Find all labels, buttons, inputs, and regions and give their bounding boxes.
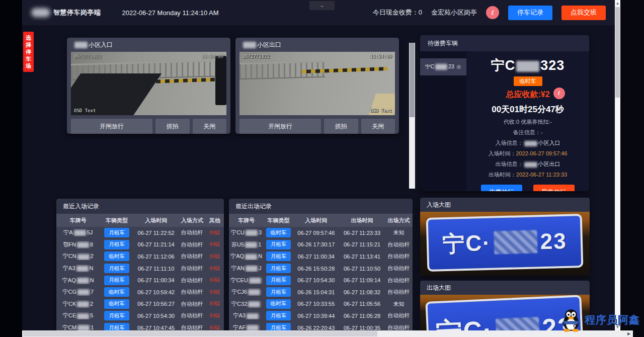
vehicle-type-badge: 临时车 — [104, 251, 129, 261]
table-row: 宁A5J月租车06-27 11:22:52自动抬杆纠错 — [56, 227, 224, 239]
correct-plate-link[interactable]: 纠错 — [209, 324, 220, 330]
vehicle-type-badge: 月租车 — [104, 228, 129, 237]
table-row: 宁A3N月租车06-27 11:11:10自动抬杆纠错 — [56, 263, 224, 275]
entry-info-label: 入场信息： — [496, 140, 523, 146]
table-cell-other: 纠错 — [205, 300, 224, 307]
table-cell-entry: 06-26 22:20:43 — [293, 325, 339, 331]
table-cell-plate: 宁CJ6 — [229, 288, 264, 296]
table-cell-type: 月租车 — [100, 264, 134, 273]
table-row: 宁CE5月租车06-27 10:54:30自动抬杆纠错 — [56, 310, 224, 322]
correct-plate-link[interactable]: 纠错 — [209, 253, 220, 259]
notification-badge[interactable]: ℓ — [553, 88, 565, 99]
select-parking-lot-tab[interactable]: 选 择 停 车 场 — [23, 32, 34, 72]
parking-records-button[interactable]: 停车记录 — [508, 6, 552, 20]
correct-plate-link[interactable]: 纠错 — [209, 312, 220, 318]
table-cell-type: 临时车 — [100, 287, 134, 297]
vehicle-type-badge: 临时车 — [514, 76, 542, 86]
recent-exit-table: 最近出场记录 车牌号 车辆类型 入场时间 出场时间 出场方式 宁CU3临时车06… — [229, 199, 413, 333]
table-cell-mode: 自动抬杆 — [385, 277, 413, 284]
table-cell-time: 06-27 11:12:06 — [133, 254, 179, 260]
censored-blur — [524, 141, 537, 146]
table-cell-mode: 未知 — [385, 300, 413, 308]
table-cell-mode: 自动抬杆 — [179, 277, 205, 284]
censored-blur — [248, 289, 260, 295]
remark-line: 备注信息：- — [513, 129, 543, 136]
scrollbar-thumb[interactable] — [23, 331, 377, 336]
qq-watermark: 程序员阿鑫 — [559, 308, 640, 332]
censored-blur — [247, 313, 259, 319]
table-row: 宁AQN月租车06-27 11:00:3406-27 11:13:41自动抬杆 — [229, 250, 413, 263]
table-cell-entry: 06-26 17:30:17 — [293, 241, 339, 247]
col-header-entry-time: 入场时间 — [133, 217, 179, 224]
table-cell-other: 纠错 — [205, 289, 224, 296]
abnormal-release-button[interactable]: 异常放行 — [533, 185, 575, 191]
censored-blur — [74, 42, 88, 48]
table-cell-type: 临时车 — [264, 228, 293, 237]
scrollbar-thumb[interactable] — [410, 43, 415, 117]
scroll-up-arrow[interactable]: ▲ — [615, 0, 620, 7]
table-cell-mode: 自动抬杆 — [385, 312, 413, 319]
exit-pic-title: 出场大图 — [420, 281, 590, 295]
collapse-chevron-button[interactable]: ⌄ — [309, 1, 335, 10]
table-cell-time: 06-27 11:21:14 — [133, 241, 179, 247]
pending-panel-title: 待缴费车辆 — [420, 35, 589, 51]
table-cell-plate: 宁AQN — [229, 252, 264, 260]
vehicle-type-badge: 月租车 — [104, 311, 129, 320]
correct-plate-link[interactable]: 纠错 — [209, 229, 220, 235]
table-cell-other: 纠错 — [205, 253, 224, 260]
entry-pic-title: 入场大图 — [420, 198, 590, 212]
close-gate-button[interactable]: 关闸 — [193, 119, 227, 134]
table-cell-type: 月租车 — [264, 240, 293, 249]
pending-car-tab[interactable]: 宁C23 ⊗ — [420, 58, 466, 75]
table-row: 宁CU3临时车06-27 09:57:4606-27 11:23:33未知 — [229, 227, 413, 239]
close-icon[interactable]: ⊗ — [456, 63, 461, 70]
censored-blur — [246, 266, 258, 272]
table-cell-plate: 宁CN2 — [56, 252, 100, 260]
window-horizontal-scrollbar[interactable]: ▶ — [22, 330, 633, 337]
correct-plate-link[interactable]: 纠错 — [209, 277, 220, 283]
correct-plate-link[interactable]: 纠错 — [209, 289, 220, 295]
table-cell-entry: 06-27 11:00:34 — [293, 254, 339, 260]
correct-plate-link[interactable]: 纠错 — [209, 300, 220, 306]
window-vertical-scrollbar[interactable]: ▲ ▼ — [615, 0, 620, 330]
censored-blur — [245, 254, 257, 260]
charge-release-button[interactable]: 收费放行 — [481, 185, 522, 191]
snapshot-button[interactable]: 抓拍 — [155, 119, 190, 134]
qq-penguin-icon — [559, 308, 583, 332]
table-cell-exit: 06-27 11:13:41 — [339, 254, 385, 260]
table-cell-plate: 宁CEU — [229, 277, 264, 284]
watermark-text: 程序员阿鑫 — [585, 313, 640, 327]
scrollbar-thumb[interactable] — [615, 7, 620, 98]
table-cell-mode: 自动抬杆 — [385, 252, 413, 260]
notification-badge[interactable]: ℓ — [486, 6, 499, 19]
vehicle-type-badge: 月租车 — [266, 287, 291, 297]
vehicle-type-badge: 月租车 — [266, 311, 291, 320]
table-cell-exit: 06-27 11:10:50 — [339, 266, 385, 272]
table-cell-mode: 自动抬杆 — [179, 312, 205, 319]
vehicle-type-badge: 月租车 — [104, 240, 129, 249]
snapshot-button[interactable]: 抓拍 — [324, 119, 358, 134]
table-row: 宁CEU月租车06-27 10:54:3006-27 11:09:14自动抬杆 — [229, 274, 413, 286]
table-cell-plate: 宁CK2 — [56, 300, 100, 308]
inner-vertical-scrollbar[interactable] — [409, 43, 415, 189]
close-gate-button[interactable]: 关闸 — [361, 119, 395, 134]
open-gate-button[interactable]: 开闸放行 — [239, 119, 321, 134]
app-title: 智慧停车岗亭端 — [53, 8, 101, 17]
open-gate-button[interactable]: 开闸放行 — [71, 119, 152, 134]
censored-blur — [249, 278, 261, 284]
table-cell-entry: 06-26 15:50:28 — [293, 266, 339, 272]
table-cell-time: 06-27 11:22:52 — [133, 230, 179, 236]
correct-plate-link[interactable]: 纠错 — [209, 265, 220, 271]
parking-duration: 00天01时25分47秒 — [492, 104, 564, 115]
vehicle-type-badge: 月租车 — [266, 276, 291, 285]
entrance-camera-panel: 小区入口 06/27/2022 11:24:09 OSD Text 开闸放行 抓… — [67, 38, 230, 134]
left-black-strip — [0, 0, 22, 337]
shift-change-button[interactable]: 点我交班 — [561, 6, 606, 20]
table-cell-type: 月租车 — [264, 287, 293, 297]
col-header-entry-time: 入场时间 — [293, 217, 339, 224]
collect-coupon-line: 代收:0 优惠券抵扣:- — [504, 118, 552, 126]
table-cell-plate: 鄂FN8 — [56, 241, 100, 248]
table-cell-type: 月租车 — [264, 276, 293, 285]
entry-big-picture-panel: 入场大图 宁C·23 — [420, 198, 590, 276]
correct-plate-link[interactable]: 纠错 — [209, 241, 220, 247]
